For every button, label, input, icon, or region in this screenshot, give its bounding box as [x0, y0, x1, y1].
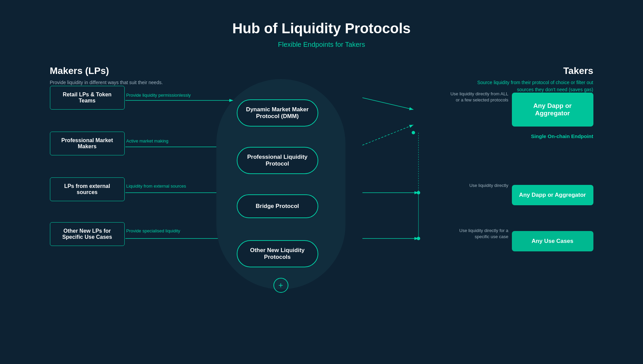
arrow-label-other: Provide specialised liquidity: [126, 228, 180, 233]
protocol-other: Other New Liquidity Protocols: [237, 240, 318, 267]
right-label-1: Use liquidity directly from ALLor a few …: [441, 91, 508, 103]
add-protocol-button[interactable]: +: [273, 278, 288, 293]
protocol-plp: Professional Liquidity Protocol: [237, 147, 318, 174]
svg-line-5: [362, 98, 413, 110]
diagram-area: Makers (LPs) Provide liquidity in differ…: [50, 65, 593, 320]
taker-box-large: Any Dapp or Aggregator: [512, 93, 593, 127]
page-subtitle: Flexible Endpoints for Takers: [232, 41, 411, 49]
endpoint-label: Single On-chain Endpoint: [531, 133, 593, 139]
taker-box-medium: Any Dapp or Aggregator: [512, 185, 593, 205]
makers-subtitle: Provide liquidity in different ways that…: [50, 79, 172, 86]
plus-icon: +: [278, 281, 283, 290]
maker-pmm-row: Professional Market Makers: [50, 132, 125, 165]
maker-box-retail: Retail LPs & Token Teams: [50, 86, 125, 110]
maker-box-pmm: Professional Market Makers: [50, 132, 125, 155]
right-label-2: Use liquidity directly: [441, 183, 508, 189]
arrow-label-pmm: Active market making: [126, 138, 168, 143]
page-title: Hub of Liquidity Protocols: [232, 20, 411, 37]
taker-box-small: Any Use Cases: [512, 231, 593, 251]
makers-title: Makers (LPs): [50, 65, 172, 76]
svg-line-6: [362, 125, 413, 145]
protocol-dmm: Dynamic Market Maker Protocol (DMM): [237, 99, 318, 127]
page-container: Hub of Liquidity Protocols Flexible Endp…: [0, 0, 643, 364]
svg-point-11: [417, 237, 420, 240]
right-label-3: Use liquidity directly for aspecific use…: [441, 228, 508, 240]
maker-box-ext: LPs from external sources: [50, 177, 125, 201]
takers-title: Takers: [471, 65, 593, 76]
svg-point-9: [417, 191, 420, 194]
maker-box-other: Other New LPs for Specific Use Cases: [50, 222, 125, 246]
makers-section: Makers (LPs) Provide liquidity in differ…: [50, 65, 172, 95]
maker-retail-row: Retail LPs & Token Teams: [50, 86, 125, 119]
maker-other-row: Other New LPs for Specific Use Cases: [50, 222, 125, 255]
svg-point-7: [412, 131, 415, 134]
header: Hub of Liquidity Protocols Flexible Endp…: [232, 20, 411, 49]
takers-subtitle-highlight: (saves gas): [569, 87, 593, 92]
takers-section: Takers Source liquidity from their proto…: [471, 65, 593, 93]
arrow-label-retail: Provide liquidity permissionlessly: [126, 93, 191, 98]
maker-ext-row: LPs from external sources: [50, 177, 125, 211]
protocol-bridge: Bridge Protocol: [237, 194, 318, 218]
hub-section: Dynamic Market Maker Protocol (DMM) Prof…: [213, 79, 349, 296]
arrow-label-ext: Liquidity from external sources: [126, 184, 186, 189]
